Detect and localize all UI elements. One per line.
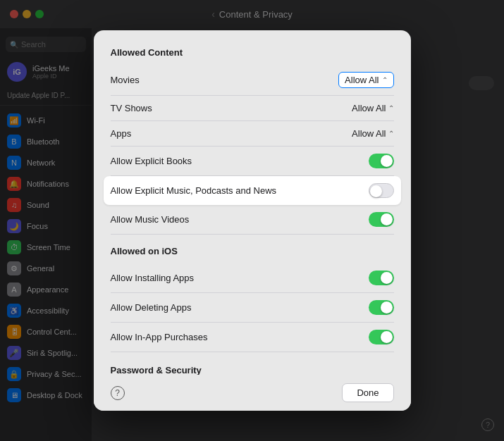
- explicit-books-toggle[interactable]: [369, 154, 394, 168]
- music-videos-label: Allow Music Videos: [111, 214, 190, 225]
- install-apps-row: Allow Installing Apps: [111, 263, 394, 293]
- music-videos-toggle-thumb: [381, 213, 393, 225]
- explicit-music-toggle-thumb: [370, 185, 382, 197]
- inapp-purchases-label: Allow In-App Purchases: [111, 332, 208, 342]
- explicit-music-row: Allow Explicit Music, Podcasts and News: [104, 176, 401, 205]
- install-apps-toggle[interactable]: [369, 271, 394, 285]
- inapp-purchases-toggle-thumb: [381, 331, 393, 343]
- modal-overlay: Allowed Content Movies Allow All ⌃ TV Sh…: [0, 0, 504, 441]
- delete-apps-toggle[interactable]: [369, 300, 394, 315]
- explicit-books-row: Allow Explicit Books: [111, 147, 394, 176]
- tvshows-value: Allow All: [352, 103, 386, 113]
- install-apps-label: Allow Installing Apps: [111, 273, 195, 283]
- apps-value: Allow All: [352, 128, 386, 139]
- explicit-music-toggle[interactable]: [369, 183, 394, 198]
- modal-footer: ? Done: [94, 375, 411, 411]
- tvshows-chevron-icon: ⌃: [388, 104, 394, 112]
- apps-row: Apps Allow All ⌃: [111, 121, 394, 147]
- explicit-books-toggle-thumb: [381, 155, 393, 167]
- movies-label: Movies: [111, 75, 140, 85]
- explicit-music-label: Allow Explicit Music, Podcasts and News: [111, 185, 277, 196]
- apps-chevron-icon: ⌃: [388, 130, 394, 137]
- modal-dialog: Allowed Content Movies Allow All ⌃ TV Sh…: [94, 30, 411, 411]
- password-security-header: Password & Security: [111, 358, 394, 375]
- music-videos-toggle[interactable]: [369, 212, 394, 227]
- delete-apps-row: Allow Deleting Apps: [111, 293, 394, 323]
- help-button[interactable]: ?: [111, 386, 125, 400]
- apps-dropdown[interactable]: Allow All ⌃: [352, 128, 393, 139]
- allowed-ios-header: Allowed on iOS: [111, 246, 394, 256]
- movies-chevron-icon: ⌃: [382, 76, 388, 84]
- done-button[interactable]: Done: [342, 383, 393, 402]
- inapp-purchases-toggle[interactable]: [369, 330, 394, 344]
- delete-apps-label: Allow Deleting Apps: [111, 302, 192, 313]
- tvshows-row: TV Shows Allow All ⌃: [111, 96, 394, 121]
- movies-row: Movies Allow All ⌃: [111, 65, 394, 96]
- tvshows-label: TV Shows: [111, 103, 152, 113]
- movies-value: Allow All: [345, 75, 379, 85]
- movies-dropdown[interactable]: Allow All ⌃: [338, 72, 393, 88]
- allowed-content-header: Allowed Content: [111, 47, 394, 58]
- install-apps-toggle-thumb: [381, 272, 393, 284]
- inapp-purchases-row: Allow In-App Purchases: [111, 323, 394, 352]
- explicit-books-label: Allow Explicit Books: [111, 156, 192, 166]
- delete-apps-toggle-thumb: [381, 302, 393, 313]
- apps-label: Apps: [111, 128, 132, 139]
- tvshows-dropdown[interactable]: Allow All ⌃: [352, 103, 393, 113]
- allowed-content-section: Allowed Content: [111, 47, 394, 58]
- music-videos-row: Allow Music Videos: [111, 205, 394, 235]
- modal-body: Allowed Content Movies Allow All ⌃ TV Sh…: [94, 30, 411, 375]
